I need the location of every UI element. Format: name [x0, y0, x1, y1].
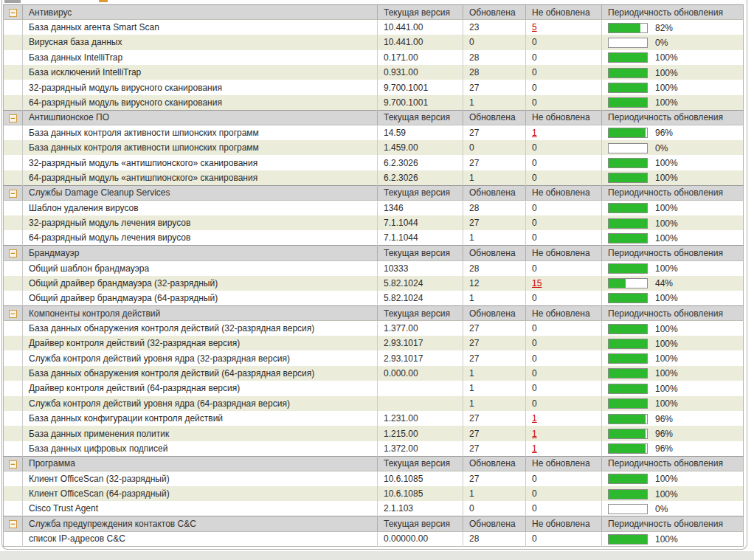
- progress-fill: [609, 294, 647, 303]
- collapse-section-icon[interactable]: −: [9, 114, 17, 122]
- column-header-version: Текущая версия: [378, 246, 463, 260]
- collapse-section-icon[interactable]: −: [9, 9, 17, 17]
- row-spacer-cell: [4, 170, 23, 185]
- row-spacer-cell: [4, 230, 23, 245]
- not-updated-count: 0: [532, 67, 537, 77]
- updated-count: 1: [463, 381, 526, 395]
- row-spacer-cell: [4, 441, 23, 456]
- component-version: 1346: [378, 201, 463, 215]
- row-spacer-cell: [4, 95, 23, 110]
- percent-label: 100%: [655, 324, 678, 334]
- not-updated-count-link[interactable]: 5: [532, 22, 537, 32]
- column-header-updated: Обновлена: [463, 110, 526, 125]
- component-version: 7.1.1044: [378, 215, 463, 230]
- progress-bar: [608, 489, 648, 499]
- not-updated-count-link[interactable]: 15: [532, 278, 542, 288]
- updated-count: 27: [463, 441, 526, 456]
- update-rate-cell: 96%: [602, 426, 744, 440]
- column-header-not-updated: Не обновлена: [526, 456, 602, 471]
- collapse-section-icon[interactable]: −: [9, 310, 17, 318]
- update-rate-cell: 96%: [602, 411, 744, 426]
- component-row: 64-разрядный модуль вирусного сканирован…: [4, 95, 744, 110]
- updated-count: 1: [463, 291, 526, 305]
- component-row: База исключений IntelliTrap0.931.0028010…: [4, 65, 744, 80]
- update-rate-cell: 100%: [602, 215, 744, 230]
- progress-bar: [608, 414, 648, 424]
- component-name: Общий драйвер брандмауэра (64-разрядный): [23, 291, 378, 305]
- not-updated-count: 0: [532, 218, 537, 228]
- not-updated-cell: 0: [526, 65, 602, 80]
- component-name: 32-разрядный модуль «антишпионского» ска…: [23, 155, 378, 170]
- row-spacer-cell: [4, 215, 23, 230]
- component-name: Вирусная база данных: [23, 35, 378, 49]
- not-updated-count-link[interactable]: 1: [532, 429, 537, 439]
- progress-bar: [608, 324, 648, 334]
- column-header-version: Текущая версия: [378, 516, 463, 531]
- percent-label: 100%: [655, 293, 678, 303]
- component-version: 10.441.00: [378, 35, 463, 49]
- updated-count: 1: [463, 170, 526, 185]
- component-row: База данных IntelliTrap0.171.00280100%: [4, 50, 744, 65]
- component-row: База данных применения политик1.215.0027…: [4, 426, 744, 440]
- row-spacer-cell: [4, 276, 23, 291]
- row-spacer-cell: [4, 291, 23, 305]
- percent-label: 100%: [655, 83, 678, 93]
- percent-label: 96%: [655, 443, 673, 454]
- progress-bar: [608, 278, 648, 288]
- percent-label: 100%: [655, 158, 678, 168]
- not-updated-count-link[interactable]: 1: [532, 443, 537, 454]
- component-name: База данных обнаружения контроля действи…: [23, 321, 378, 336]
- column-header-updated: Обновлена: [463, 246, 526, 260]
- component-row: Общий драйвер брандмауэра (64-разрядный)…: [4, 291, 744, 305]
- column-header-updated: Обновлена: [463, 5, 526, 20]
- collapse-section-icon[interactable]: −: [9, 190, 17, 198]
- update-rate-cell: 100%: [602, 65, 744, 80]
- update-rate-cell: 96%: [602, 125, 744, 140]
- column-header-updated: Обновлена: [463, 456, 526, 471]
- row-spacer-cell: [4, 350, 23, 365]
- column-header-rate: Периодичность обновления: [602, 5, 744, 20]
- component-row: База данных конфигурации контроля действ…: [4, 411, 744, 426]
- updated-count: 12: [463, 276, 526, 291]
- percent-label: 100%: [655, 534, 678, 545]
- component-version: 0.000.00: [378, 366, 463, 381]
- row-spacer-cell: [4, 396, 23, 411]
- not-updated-count-link[interactable]: 1: [532, 128, 537, 138]
- update-rate-cell: 44%: [602, 276, 744, 291]
- updated-count: 27: [463, 471, 526, 486]
- progress-bar: [608, 443, 648, 454]
- percent-label: 96%: [655, 414, 673, 424]
- progress-bar: [608, 218, 648, 229]
- not-updated-cell: 1: [526, 125, 602, 140]
- updated-count: 27: [463, 321, 526, 336]
- column-header-not-updated: Не обновлена: [526, 5, 602, 20]
- section-header-row: −Служба предупреждения контактов C&CТеку…: [4, 516, 744, 531]
- row-spacer-cell: [4, 155, 23, 170]
- progress-bar: [608, 384, 648, 394]
- component-version: 10.6.1085: [378, 486, 463, 501]
- updated-count: 23: [463, 20, 526, 35]
- progress-bar: [608, 263, 648, 274]
- section-header-row: −Службы Damage Cleanup ServicesТекущая в…: [4, 185, 744, 200]
- component-row: Вирусная база данных10.441.00000%: [4, 35, 744, 49]
- updated-count: 28: [463, 531, 526, 546]
- component-row: список IP-адресов C&C0.00000.00280100%: [4, 531, 744, 546]
- not-updated-cell: 0: [526, 260, 602, 275]
- collapse-section-icon[interactable]: −: [9, 460, 17, 469]
- component-row: Служба контроля действий уровня ядра (32…: [4, 350, 744, 365]
- percent-label: 0%: [655, 143, 668, 153]
- collapse-cell: −: [4, 305, 23, 320]
- not-updated-count-link[interactable]: 1: [532, 413, 537, 424]
- not-updated-count: 0: [532, 383, 537, 393]
- progress-fill: [609, 354, 647, 363]
- updated-count: 28: [463, 260, 526, 275]
- not-updated-count: 0: [532, 293, 537, 303]
- page-background-strip: [0, 551, 754, 560]
- not-updated-cell: 0: [526, 95, 602, 110]
- collapse-section-icon[interactable]: −: [9, 520, 17, 528]
- not-updated-count: 0: [532, 37, 537, 47]
- row-spacer-cell: [4, 140, 23, 155]
- collapse-section-icon[interactable]: −: [9, 249, 17, 257]
- not-updated-count: 0: [532, 338, 537, 348]
- component-version: 0.171.00: [378, 50, 463, 65]
